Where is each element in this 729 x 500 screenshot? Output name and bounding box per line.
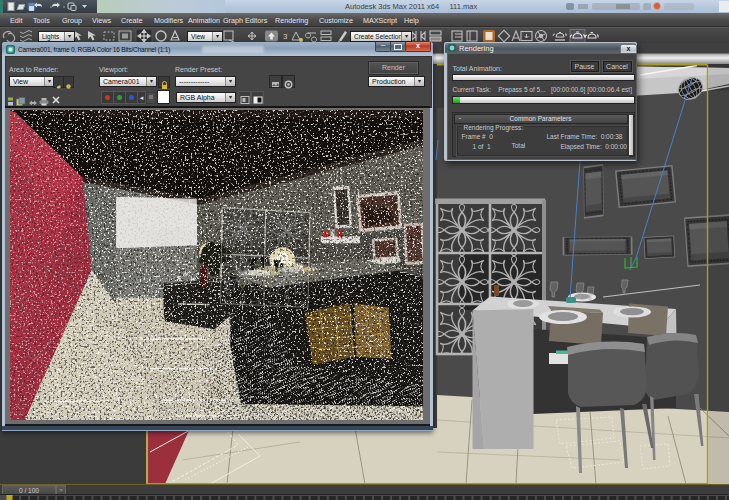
svg-text:3: 3 — [283, 32, 288, 41]
